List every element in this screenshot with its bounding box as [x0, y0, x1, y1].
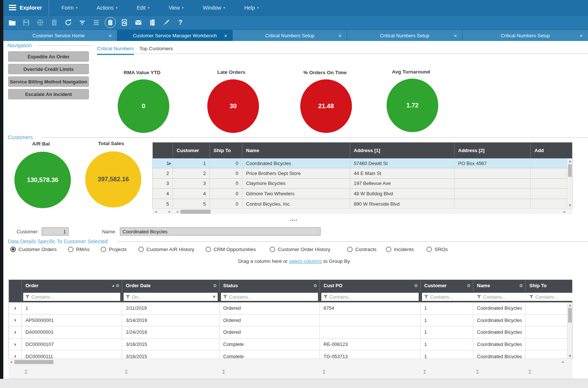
gear-icon[interactable]: ⚙: [519, 283, 523, 288]
order-row-5[interactable]: › DC00000111 3/16/2015 Complete TG-05371…: [9, 350, 568, 359]
menu-edit[interactable]: Edit▾: [132, 0, 155, 15]
column-header-name[interactable]: Name: [242, 143, 350, 158]
column-header-customer[interactable]: Customer: [173, 143, 210, 158]
tab-critical-numbers-setup-2[interactable]: Critical Numbers Setup ×: [347, 30, 463, 41]
trash-icon[interactable]: [47, 17, 61, 28]
ship-to-filter[interactable]: [527, 293, 588, 301]
order-row-3[interactable]: › DA00000001 1/24/2018 Ordered 1 Coordin…: [9, 326, 568, 339]
menu-view[interactable]: View▾: [163, 0, 189, 15]
column-header-name[interactable]: Name⚙: [473, 280, 526, 291]
tab-critical-numbers-setup-1[interactable]: Critical Numbers Setup ×: [233, 30, 347, 41]
radio-customer-order-history[interactable]: Customer Order History: [270, 247, 331, 252]
radio-projects[interactable]: Projects: [101, 247, 127, 252]
menu-form[interactable]: Form▾: [56, 0, 83, 15]
subtab-top-customers[interactable]: Top Customers: [139, 46, 173, 54]
tab-customer-service-manager-workbench[interactable]: Customer Service Manager Workbench ×: [117, 30, 233, 41]
menu-actions[interactable]: Actions▾: [91, 0, 122, 15]
orders-horizontal-scrollbar[interactable]: ◄ ►: [8, 358, 573, 365]
customer-row-1[interactable]: 1▶ 1 0 Coordinated Bicycles 57460 Dewitt…: [153, 158, 572, 168]
open-folder-icon[interactable]: [5, 17, 19, 28]
menu-window[interactable]: Window▾: [198, 0, 230, 15]
gear-icon[interactable]: ⚙: [467, 283, 471, 288]
column-header-order[interactable]: Order▲⚙: [22, 280, 122, 291]
service-billing-method-navigation-button[interactable]: Service Billing Method Navigation: [8, 76, 89, 87]
customer-row-3[interactable]: 3 3 0 Claymore Bicycles 197 Bellevue Ave: [153, 179, 572, 189]
close-icon[interactable]: ×: [224, 33, 227, 38]
column-header-order-date[interactable]: Order Date⚙: [122, 280, 219, 291]
close-icon[interactable]: ×: [338, 33, 342, 38]
expand-row-icon[interactable]: ›: [9, 302, 22, 314]
scroll-left-icon[interactable]: ◄: [176, 210, 178, 213]
status-filter[interactable]: [221, 293, 318, 301]
order-row-1[interactable]: › 1 2/11/2019 Ordered 6754 1 Coordinated…: [9, 302, 568, 315]
customers-vertical-scrollbar[interactable]: ▲ ▼: [567, 158, 572, 208]
scrollbar-thumb[interactable]: [180, 210, 211, 214]
customer-field[interactable]: [42, 227, 69, 236]
scroll-left-icon[interactable]: ◄: [10, 360, 12, 364]
scroll-down-icon[interactable]: ▼: [567, 354, 573, 358]
column-header-customer[interactable]: Customer⚙: [421, 280, 473, 291]
order-row-2[interactable]: › APS0000001 3/14/2019 Ordered 1 Coordin…: [9, 315, 568, 327]
expand-row-icon[interactable]: ›: [9, 350, 22, 359]
order-row-4[interactable]: › DC00000107 3/16/2015 Complete RE-00812…: [9, 339, 568, 351]
order-date-filter[interactable]: ▼: [124, 293, 218, 301]
help-icon[interactable]: ?: [173, 17, 187, 28]
column-header-status[interactable]: Status⚙: [219, 280, 320, 291]
explorer-menu-button[interactable]: Explorer: [0, 0, 49, 15]
gear-icon[interactable]: ⚙: [313, 283, 317, 288]
select-columns-link[interactable]: select columns: [289, 258, 322, 264]
scrollbar-thumb[interactable]: [14, 360, 53, 364]
radio-incidents[interactable]: Incidents: [386, 247, 414, 252]
gear-icon[interactable]: ⚙: [414, 283, 418, 288]
radio-crm-opportunities[interactable]: CRM Opportunities: [205, 247, 256, 252]
filter-icon[interactable]: [75, 17, 89, 28]
close-icon[interactable]: ×: [108, 33, 112, 38]
tab-customer-service-home[interactable]: Customer Service Home ×: [0, 30, 117, 41]
scrollbar-thumb[interactable]: [568, 308, 572, 323]
cust-po-filter[interactable]: [321, 293, 419, 301]
column-header-address2[interactable]: Address [2]: [454, 143, 531, 158]
radio-rmas[interactable]: RMAs: [68, 247, 90, 252]
column-header-address3[interactable]: Add: [531, 143, 568, 158]
column-header-ship-to[interactable]: Ship To: [210, 143, 242, 158]
radio-sros[interactable]: SROs: [426, 247, 448, 252]
column-header-address1[interactable]: Address [1]: [350, 143, 454, 158]
expand-row-icon[interactable]: ›: [9, 339, 22, 350]
scroll-down-icon[interactable]: ▼: [567, 204, 573, 207]
dropdown-caret-icon[interactable]: ▼: [213, 295, 215, 299]
scroll-right-icon[interactable]: ►: [562, 360, 564, 364]
save-icon[interactable]: [19, 17, 33, 28]
gear-icon[interactable]: ⚙: [115, 283, 120, 288]
scrollbar-thumb[interactable]: [568, 164, 572, 177]
refresh-icon[interactable]: [61, 17, 75, 28]
order-filter[interactable]: [23, 293, 120, 301]
escalate-an-incident-button[interactable]: Escalate An Incident: [8, 89, 89, 99]
column-header-ship-to[interactable]: Ship To: [526, 280, 568, 291]
radio-customer-ar-history[interactable]: Customer A/R History: [138, 247, 194, 252]
customer-row-2[interactable]: 2 2 0 Price Brothers Dept Store 44 E Mai…: [153, 168, 572, 178]
ledger-icon[interactable]: [145, 17, 159, 28]
expedite-an-order-button[interactable]: Expedite An Order: [8, 51, 89, 62]
scroll-right-icon[interactable]: ►: [564, 210, 566, 213]
orders-vertical-scrollbar[interactable]: ▲ ▼: [567, 302, 572, 359]
scroll-up-icon[interactable]: ▲: [567, 159, 573, 163]
target-icon[interactable]: [33, 17, 47, 28]
close-icon[interactable]: ×: [454, 33, 457, 38]
name-field[interactable]: [120, 227, 321, 236]
document-search-icon[interactable]: [117, 17, 131, 28]
scroll-up-icon[interactable]: ▲: [567, 303, 573, 307]
menu-help[interactable]: Help▾: [239, 0, 264, 15]
customer-row-5[interactable]: 5 5 0 Control Bicycles, Inc. 890 W River…: [153, 199, 572, 209]
splitter-handle[interactable]: ••••: [0, 219, 588, 222]
customer-row-4[interactable]: 4 4 0 Gilmore Two Wheelers 48 W Bulldog …: [153, 189, 572, 199]
customers-horizontal-scrollbar[interactable]: ◄ ► ◄ ►: [152, 209, 573, 214]
radio-contracts[interactable]: Contracts: [347, 247, 377, 252]
envelope-icon[interactable]: [131, 17, 145, 28]
scroll-right-icon[interactable]: ►: [169, 210, 171, 213]
close-icon[interactable]: ×: [580, 33, 583, 38]
expand-row-icon[interactable]: ›: [9, 315, 22, 326]
brush-icon[interactable]: [159, 17, 173, 28]
gear-icon[interactable]: ⚙: [213, 283, 217, 288]
override-credit-limits-button[interactable]: Override Credit Limits: [8, 64, 89, 74]
tab-critical-numbers-setup-3[interactable]: Critical Numbers Setup ×: [463, 30, 588, 41]
